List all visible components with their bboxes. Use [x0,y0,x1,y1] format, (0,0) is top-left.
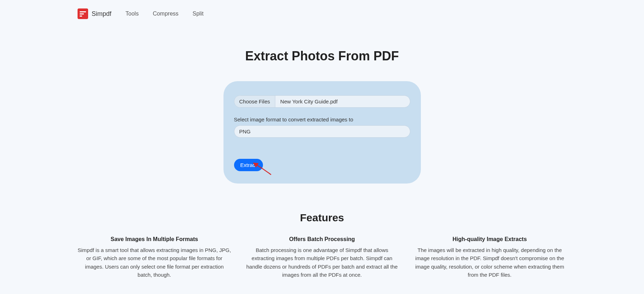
feature-text: Batch processing is one advantage of Sim… [245,246,399,279]
file-input-row: Choose Files New York City Guide.pdf [234,95,410,108]
feature-text: The images will be extracted in high qua… [413,246,566,279]
nav-split[interactable]: Split [192,11,203,17]
selected-file-name: New York City Guide.pdf [275,96,410,107]
format-select[interactable]: PNG [234,125,410,138]
logo-icon [78,8,88,19]
nav-compress[interactable]: Compress [153,11,178,17]
feature-heading: Save Images In Multiple Formats [78,236,231,242]
logo[interactable]: Simpdf [78,8,111,19]
format-label: Select image format to convert extracted… [234,116,410,122]
feature-col-batch: Offers Batch Processing Batch processing… [245,236,399,279]
choose-files-button[interactable]: Choose Files [234,96,276,107]
main-content: Extract Photos From PDF Choose Files New… [0,28,644,279]
nav-tools[interactable]: Tools [125,11,139,17]
features-title: Features [78,212,566,224]
features-grid: Save Images In Multiple Formats Simpdf i… [78,236,566,279]
nav: Tools Compress Split [125,11,203,17]
upload-card: Choose Files New York City Guide.pdf Sel… [223,81,421,184]
feature-heading: High-quality Image Extracts [413,236,566,242]
header: Simpdf Tools Compress Split [0,0,644,28]
brand-name: Simpdf [92,10,111,18]
feature-heading: Offers Batch Processing [245,236,399,242]
page-title: Extract Photos From PDF [0,49,644,64]
extract-button[interactable]: Extract [234,159,263,171]
feature-col-quality: High-quality Image Extracts The images w… [413,236,566,279]
feature-col-formats: Save Images In Multiple Formats Simpdf i… [78,236,231,279]
feature-text: Simpdf is a smart tool that allows extra… [78,246,231,279]
features-section: Features Save Images In Multiple Formats… [0,212,644,279]
